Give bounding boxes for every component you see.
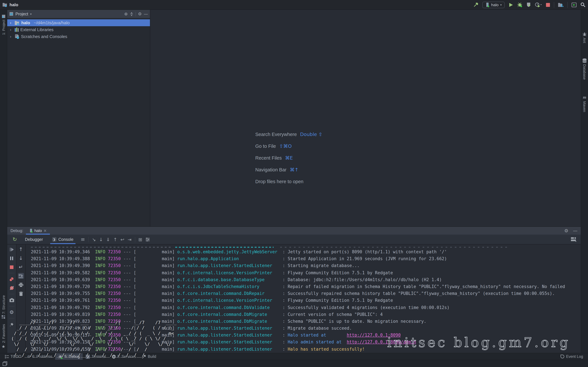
step-into-icon[interactable]: ⇓: [106, 237, 110, 242]
debug-button[interactable]: [517, 2, 522, 7]
log-link[interactable]: http://127.0.0.1:8090: [347, 333, 401, 338]
chevron-right-icon[interactable]: ›: [10, 34, 13, 39]
project-folder-icon: [3, 3, 8, 7]
sidebar-item-favorites[interactable]: 2: Favorites ★: [1, 321, 5, 352]
sidebar-item-database[interactable]: Database: [582, 56, 587, 82]
select-opened-file-icon[interactable]: ⊕: [124, 11, 128, 17]
log-row: 2021-11-09 10:39:49.823 INFO 72350 --- […: [31, 318, 581, 325]
spring-boot-config-icon: [29, 229, 33, 233]
debug-session-tab[interactable]: halo ×: [26, 227, 50, 235]
sidebar-item-maven[interactable]: m Maven: [583, 92, 587, 115]
sidebar-item-structure[interactable]: 7: Structure: [1, 292, 5, 321]
print-icon[interactable]: [18, 282, 24, 288]
tree-row-halo[interactable]: › halo ~/d4m1ts/java/halo: [7, 19, 150, 26]
console-side-toolbar: ↑ ↓ ↵: [17, 244, 26, 353]
stop-button[interactable]: [546, 3, 550, 7]
view-breakpoints-icon[interactable]: [9, 276, 15, 282]
run-to-cursor-icon[interactable]: ⇥: [128, 237, 131, 242]
close-icon[interactable]: ×: [43, 228, 47, 233]
tab-todo[interactable]: TODO: [2, 353, 24, 360]
resume-icon[interactable]: [9, 246, 15, 252]
tree-row-external-libraries[interactable]: › External Libraries: [7, 26, 150, 33]
tab-debugger[interactable]: Debugger: [23, 235, 45, 244]
log-row: 2021-11-09 10:39:49.639 INFO 72350 --- […: [31, 276, 581, 283]
event-log-button[interactable]: Event Log: [557, 353, 586, 360]
scroll-down-icon[interactable]: ↓: [18, 255, 24, 261]
chevron-right-icon[interactable]: ›: [10, 20, 13, 25]
evaluate-expression-icon[interactable]: ⊞: [138, 237, 142, 242]
toolbar-divider: [567, 2, 568, 8]
hide-toolwindow-icon[interactable]: —: [144, 11, 148, 17]
clear-console-trash-icon[interactable]: [18, 291, 24, 297]
tab-services[interactable]: 8: Services: [109, 353, 139, 360]
tab-label: Console: [58, 237, 73, 242]
log-rows: 2021-11-09 10:39:49.346 INFO 72350 --- […: [31, 248, 581, 353]
main-toolbar: halo ▾: [474, 1, 585, 8]
chevron-down-icon: ▾: [30, 12, 32, 16]
debug-side-toolbar: ⚙: [7, 244, 17, 353]
build-hammer-icon[interactable]: [474, 2, 478, 7]
drop-frame-icon[interactable]: ↩: [121, 237, 124, 242]
stop-icon[interactable]: [9, 264, 15, 270]
gear-icon[interactable]: ⚙: [138, 11, 142, 17]
tab-console[interactable]: ❯ Console: [48, 235, 78, 244]
scroll-to-end-icon[interactable]: [18, 273, 24, 279]
stripe-label: 7: Structure: [1, 295, 5, 314]
tab-label: Terminal: [92, 355, 106, 359]
log-row: 2021-11-09 10:39:49.824 INFO 72350 --- […: [31, 325, 581, 332]
project-structure-icon[interactable]: [558, 2, 563, 7]
debug-settings-gear-icon[interactable]: ⚙: [9, 309, 15, 315]
left-toolwindow-stripe: 1: Project 7: Structure 2: Favorites ★: [0, 10, 7, 353]
run-toolwindow-icon[interactable]: [571, 2, 577, 7]
stripe-label: 1: Project: [1, 20, 5, 35]
pin-icon[interactable]: [9, 321, 15, 327]
tab-label: 8: Services: [117, 355, 136, 359]
layout-options-icon[interactable]: ≡: [81, 236, 85, 242]
pause-icon[interactable]: [9, 255, 15, 261]
step-over-icon[interactable]: ↓: [99, 237, 103, 242]
project-toolwindow: Project ▾ ⊕ ⚙ — ›: [7, 10, 150, 226]
coverage-button[interactable]: [526, 2, 531, 7]
sidebar-item-ant[interactable]: Ant: [582, 30, 587, 46]
editor-shortcut-hints: Search EverywhereDouble ⇧ Go to File⇧⌘O …: [255, 132, 322, 191]
tab-label: Build: [148, 355, 156, 359]
run-button[interactable]: [509, 2, 513, 7]
run-configuration-select[interactable]: halo ▾: [482, 1, 505, 8]
hint-label: Drop files here to open: [255, 179, 303, 184]
search-icon[interactable]: [580, 2, 585, 7]
tab-label: 5: Debug: [64, 355, 80, 359]
spring-boot-config-icon: [485, 2, 490, 7]
collapse-all-icon[interactable]: [130, 12, 134, 16]
log-link[interactable]: http://127.0.0.1:8090/admin: [347, 340, 416, 345]
log-row: 2021-11-09 10:39:49.755 INFO 72350 --- […: [31, 290, 581, 297]
layout-editor-icon[interactable]: [571, 237, 577, 242]
profiler-button[interactable]: [535, 2, 542, 7]
thread-dump-camera-icon[interactable]: [9, 297, 15, 303]
right-toolwindow-stripe: Ant Database m Maven: [581, 10, 588, 353]
show-execution-point-icon[interactable]: ↘: [92, 237, 96, 242]
tab-label: 6: Problems: [32, 355, 52, 359]
hint-shortcut: ⇧⌘O: [279, 143, 292, 149]
project-view-selector[interactable]: Project: [15, 12, 28, 16]
mute-breakpoints-icon[interactable]: [9, 285, 15, 291]
tab-build[interactable]: Build: [139, 353, 159, 360]
tab-problems[interactable]: ⊖ 6: Problems: [24, 353, 55, 360]
filter-settings-icon[interactable]: [146, 237, 150, 241]
chevron-right-icon[interactable]: ›: [10, 27, 13, 32]
sidebar-item-project[interactable]: 1: Project: [1, 12, 5, 38]
console-output[interactable]: 2021-11-09 10:39:49.346 INFO 72350 --- […: [26, 244, 581, 353]
log-row: 2021-11-09 10:39:49.388 INFO 72350 --- […: [31, 255, 581, 262]
toolwindow-switcher-icon[interactable]: [3, 361, 7, 366]
gear-icon[interactable]: ⚙: [564, 228, 568, 233]
event-log-balloon-icon: [561, 355, 564, 359]
tab-terminal[interactable]: ❯ Terminal: [83, 353, 109, 360]
scroll-up-icon[interactable]: ↑: [18, 246, 24, 252]
soft-wrap-icon[interactable]: ↵: [18, 264, 24, 270]
tree-row-scratches[interactable]: › Scratches and Consoles: [7, 33, 150, 40]
tab-debug[interactable]: 5: Debug: [55, 353, 83, 360]
hide-toolwindow-icon[interactable]: —: [573, 228, 578, 233]
stripe-label: Database: [583, 64, 587, 79]
title-bar: halo halo ▾: [0, 0, 588, 10]
rerun-icon[interactable]: ↻: [10, 236, 20, 242]
step-out-icon[interactable]: ↑: [113, 237, 117, 242]
